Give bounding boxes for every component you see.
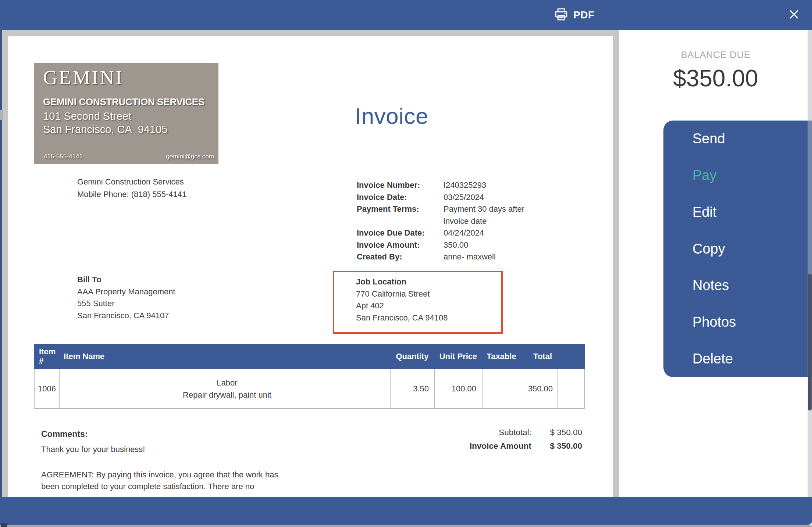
logo-address-line1: 101 Second Street [43, 110, 131, 122]
meta-row-created-by: Created By: anne- maxwell [357, 251, 563, 263]
col-header-item-number: Item # [34, 344, 59, 369]
col-header-spacer [557, 344, 585, 369]
menu-item-send[interactable]: Send [663, 121, 812, 157]
bill-to-line: 555 Sutter [77, 298, 175, 310]
meta-row-payment-terms: Payment Terms: Payment 30 days afterinvo… [357, 203, 563, 227]
col-header-taxable: Taxable [482, 344, 521, 369]
menu-item-pay[interactable]: Pay [663, 157, 812, 194]
menu-item-photos[interactable]: Photos [663, 304, 812, 341]
vendor-phone: Mobile Phone: (818) 555-4141 [77, 188, 186, 201]
vendor-name: Gemini Construction Services [77, 176, 186, 188]
menu-item-copy[interactable]: Copy [663, 230, 812, 267]
logo-phone: 415-555-4141 [44, 153, 83, 160]
balance-due-amount: $350.00 [619, 65, 812, 92]
table-header-row: Item # Item Name Quantity Unit Price Tax… [34, 344, 585, 369]
menu-item-edit[interactable]: Edit [663, 194, 812, 230]
bill-to-heading: Bill To [77, 274, 175, 286]
logo-company-name: GEMINI CONSTRUCTION SERVICES [43, 96, 204, 108]
action-menu: Send Pay Edit Copy Notes Photos Delete [663, 121, 812, 377]
underlying-sidebar-sliver [0, 30, 2, 527]
job-location-highlight: Job Location 770 California Street Apt 4… [333, 271, 503, 334]
job-location-heading: Job Location [356, 276, 501, 288]
col-header-total: Total [521, 344, 557, 369]
logo-brand-text: GEMINI [43, 66, 124, 89]
bottom-edge-strip [0, 525, 812, 527]
pdf-button[interactable]: PDF [553, 0, 595, 30]
cell-unit-price: 100.00 [435, 369, 482, 408]
cell-quantity: 3.50 [391, 369, 435, 408]
meta-row-due-date: Invoice Due Date: 04/24/2024 [357, 227, 563, 239]
bill-to-line: AAA Property Management [77, 286, 175, 298]
invoice-document: GEMINI GEMINI CONSTRUCTION SERVICES 101 … [8, 36, 613, 497]
job-location-line: Apt 402 [356, 300, 501, 312]
bottom-left-fragment [1, 523, 7, 527]
col-header-quantity: Quantity [390, 344, 434, 369]
line-items-table: Item # Item Name Quantity Unit Price Tax… [34, 344, 585, 409]
invoice-amount-row: Invoice Amount $ 350.00 [434, 439, 582, 453]
scrollbar-track[interactable] [808, 30, 812, 497]
job-location-line: 770 California Street [356, 288, 501, 300]
close-icon [787, 8, 801, 22]
invoice-title: Invoice [355, 103, 428, 129]
table-row: 1006 Labor Repair drywall, paint unit 3.… [34, 369, 585, 409]
vendor-info: Gemini Construction Services Mobile Phon… [77, 176, 186, 201]
cell-item-name: Labor Repair drywall, paint unit [60, 369, 391, 408]
menu-item-delete[interactable]: Delete [663, 340, 812, 377]
totals-block: Subtotal: $ 350.00 Invoice Amount $ 350.… [434, 426, 582, 453]
modal-footer [0, 497, 812, 525]
close-button[interactable] [785, 6, 803, 24]
subtotal-row: Subtotal: $ 350.00 [434, 426, 582, 439]
cell-taxable [482, 369, 521, 408]
scrollbar-thumb[interactable] [808, 274, 812, 411]
col-header-unit-price: Unit Price [434, 344, 482, 369]
company-logo: GEMINI GEMINI CONSTRUCTION SERVICES 101 … [34, 63, 218, 164]
meta-row-amount: Invoice Amount: 350.00 [357, 239, 563, 251]
underlying-icon-fragment [0, 110, 3, 120]
job-location-line: San Francisco, CA 94108 [356, 312, 501, 324]
cell-spacer [558, 369, 584, 408]
col-header-item-name: Item Name [59, 344, 390, 369]
cell-item-number: 1006 [35, 369, 60, 408]
bill-to-line: San Francisco, CA 94107 [77, 310, 175, 322]
menu-item-notes[interactable]: Notes [663, 267, 812, 304]
cell-total: 350.00 [521, 369, 558, 408]
meta-row-invoice-number: Invoice Number: I240325293 [357, 179, 563, 191]
comments-text: Thank you for your business! [41, 445, 145, 454]
modal-header: PDF [0, 0, 812, 30]
agreement-text: AGREEMENT: By paying this invoice, you a… [41, 469, 278, 492]
logo-address-line2: San Francisco, CA 94105 [43, 123, 168, 136]
logo-email: gemini@gcs.com [166, 153, 214, 160]
pdf-label: PDF [573, 9, 595, 21]
bill-to-block: Bill To AAA Property Management 555 Sutt… [77, 274, 175, 322]
invoice-meta: Invoice Number: I240325293 Invoice Date:… [357, 179, 563, 263]
printer-icon [553, 7, 569, 24]
comments-heading: Comments: [41, 429, 88, 439]
meta-row-invoice-date: Invoice Date: 03/25/2024 [357, 191, 563, 204]
balance-due-label: BALANCE DUE [619, 49, 812, 61]
